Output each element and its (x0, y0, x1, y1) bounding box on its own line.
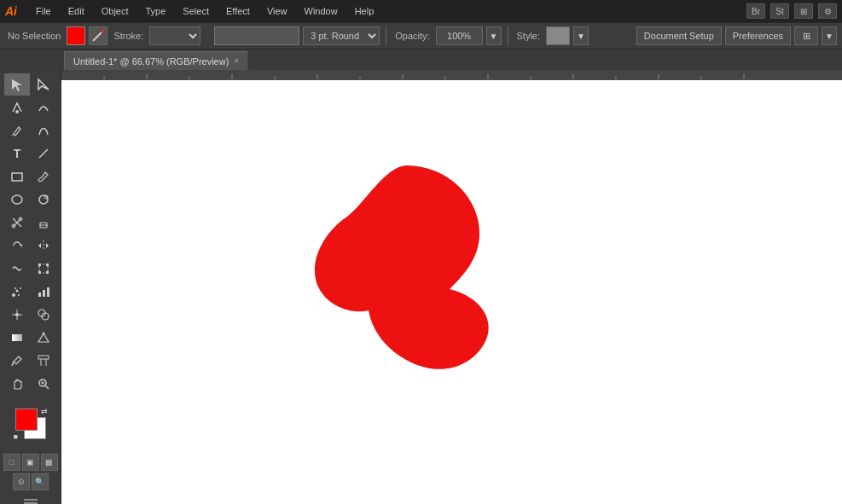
toggle-invisible[interactable]: ⊙ (13, 473, 30, 490)
tab-bar: Untitled-1* @ 66.67% (RGB/Preview) × (0, 49, 842, 70)
eraser-tool[interactable] (31, 211, 56, 234)
svg-marker-20 (46, 243, 49, 248)
warp-tool[interactable] (4, 258, 30, 280)
document-setup-button[interactable]: Document Setup (636, 26, 722, 45)
text-tools: T (4, 142, 56, 165)
menu-effect[interactable]: Effect (221, 6, 255, 16)
gradient-tools (4, 327, 56, 349)
svg-rect-32 (43, 290, 45, 297)
column-graph-tool[interactable] (31, 281, 56, 303)
svg-point-4 (15, 110, 19, 113)
style-preview[interactable] (546, 26, 570, 45)
symbol-tools (4, 281, 56, 303)
opacity-dropdown-btn[interactable]: ▼ (486, 26, 502, 45)
selection-tools (4, 73, 56, 96)
main-area: T (0, 70, 842, 504)
canvas-paper (61, 80, 842, 504)
eraser-tools (4, 211, 56, 234)
stock-icon[interactable]: St (770, 3, 789, 19)
arrange-icon[interactable]: ⊞ (794, 26, 818, 45)
svg-marker-3 (38, 79, 49, 90)
opacity-input[interactable] (436, 26, 483, 45)
blob-brush-tool[interactable] (31, 188, 56, 211)
svg-point-40 (43, 333, 45, 335)
tab-close-button[interactable]: × (234, 56, 239, 66)
curvature-tool[interactable] (31, 96, 56, 119)
swap-colors[interactable]: ⇄ (41, 407, 48, 415)
bridge-icon[interactable]: Br (746, 3, 765, 19)
svg-rect-22 (38, 264, 41, 266)
menu-type[interactable]: Type (141, 6, 171, 16)
symbol-sprayer-tool[interactable] (4, 281, 30, 303)
menu-help[interactable]: Help (350, 6, 380, 16)
stroke-icon[interactable] (89, 26, 107, 45)
shape-builder-tool[interactable] (31, 304, 56, 326)
brush-style-select[interactable]: 3 pt. Round (303, 26, 380, 45)
change-screen-mode[interactable]: □ (3, 454, 20, 471)
toolbox: T (0, 70, 61, 504)
live-paint-tool[interactable] (31, 327, 56, 349)
svg-rect-7 (12, 173, 22, 181)
line-tool[interactable] (31, 142, 56, 165)
svg-point-29 (18, 294, 20, 296)
document-tab[interactable]: Untitled-1* @ 66.67% (RGB/Preview) × (64, 51, 248, 70)
tab-title: Untitled-1* @ 66.67% (RGB/Preview) (73, 56, 229, 67)
zoom-tool[interactable] (31, 373, 56, 395)
presentation-mode[interactable]: ▩ (41, 454, 58, 471)
title-icons: Br St ⊞ ⚙ (746, 3, 837, 19)
measure-tool[interactable] (31, 350, 56, 372)
hand-tool[interactable] (4, 373, 30, 395)
sync-icon[interactable]: ⚙ (818, 3, 837, 19)
menu-edit[interactable]: Edit (63, 6, 90, 16)
stroke-value-input[interactable] (214, 26, 299, 45)
mesh-tool[interactable] (4, 304, 30, 326)
pencil-tool[interactable] (4, 119, 30, 142)
arrange-dropdown-btn[interactable]: ▼ (822, 26, 837, 45)
svg-line-5 (12, 134, 14, 136)
menu-object[interactable]: Object (96, 6, 134, 16)
shape-tools-1 (4, 165, 56, 188)
style-dropdown-btn[interactable]: ▼ (573, 26, 589, 45)
gradient-tool[interactable] (4, 327, 30, 349)
warp-tools (4, 258, 56, 280)
svg-rect-31 (38, 293, 41, 297)
default-colors[interactable]: ■ (14, 432, 18, 441)
svg-rect-39 (12, 334, 22, 341)
stroke-label: Stroke: (111, 31, 146, 41)
svg-point-26 (12, 293, 15, 297)
preferences-button[interactable]: Preferences (725, 26, 791, 45)
menu-select[interactable]: Select (177, 6, 214, 16)
type-tool[interactable]: T (4, 142, 30, 165)
ruler-horizontal (61, 70, 842, 80)
ellipse-tool[interactable] (4, 188, 30, 211)
rectangle-tool[interactable] (4, 165, 30, 188)
separator-1 (386, 26, 386, 45)
eyedropper-tool[interactable] (4, 350, 30, 372)
rotate-tool[interactable] (4, 235, 30, 257)
direct-selection-tool[interactable] (31, 73, 56, 96)
bean-path (315, 165, 489, 369)
svg-point-30 (15, 287, 16, 289)
full-screen-mode[interactable]: ▣ (22, 454, 39, 471)
selection-tool[interactable] (4, 73, 30, 96)
color-area: ⇄ ■ (12, 405, 49, 443)
paintbrush-tool[interactable] (31, 165, 56, 188)
smooth-tool[interactable] (31, 119, 56, 142)
reflect-tool[interactable] (31, 235, 56, 257)
menu-file[interactable]: File (31, 6, 56, 16)
zoom-icon[interactable]: 🔍 (32, 473, 49, 490)
svg-marker-2 (12, 79, 22, 91)
scissors-tool[interactable] (4, 211, 30, 234)
canvas-area (61, 70, 842, 504)
grid-icon[interactable]: ⊞ (794, 3, 813, 19)
fill-color[interactable] (67, 26, 85, 45)
svg-point-27 (16, 290, 19, 293)
menu-view[interactable]: View (262, 6, 293, 16)
stroke-weight-select[interactable] (149, 26, 200, 45)
foreground-color[interactable] (15, 408, 38, 431)
pen-tool[interactable] (4, 96, 30, 119)
menu-window[interactable]: Window (299, 6, 343, 16)
svg-rect-23 (46, 264, 49, 266)
free-transform-tool[interactable] (31, 258, 56, 280)
edit-toolbar[interactable] (5, 498, 56, 504)
